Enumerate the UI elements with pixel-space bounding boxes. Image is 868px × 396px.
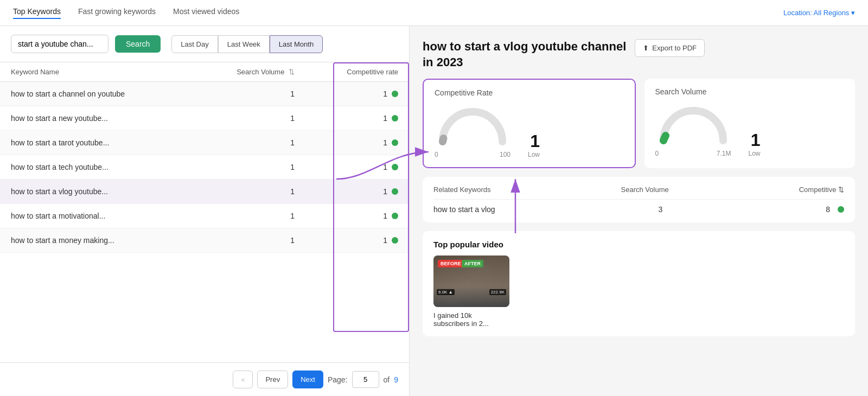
filter-last-day[interactable]: Last Day <box>171 35 218 53</box>
competitive-card-title: Competitive Rate <box>435 88 624 97</box>
pagination: « Prev Next Page: of 9 <box>0 362 409 396</box>
search-input[interactable] <box>11 35 108 53</box>
filter-last-month[interactable]: Last Month <box>270 35 323 53</box>
export-icon: ⬆ <box>643 44 649 52</box>
tab-top-keywords[interactable]: Top Keywords <box>13 7 61 19</box>
competitive-cell: 1 <box>305 155 409 180</box>
table-row[interactable]: how to start a money making... 1 1 <box>0 228 409 253</box>
competitive-cell: 1 <box>305 228 409 253</box>
related-green-dot-icon <box>838 206 844 213</box>
keyword-cell: how to start a new youtube... <box>0 106 193 131</box>
location-label: Location: <box>783 9 812 17</box>
green-dot-icon <box>392 188 398 195</box>
volume-gauge-svg <box>655 103 731 146</box>
related-sort-icon[interactable]: ⇅ <box>838 186 844 194</box>
related-header: Related Keywords Search Volume Competiti… <box>433 186 844 200</box>
related-header-volume: Search Volume <box>621 186 669 194</box>
search-button[interactable]: Search <box>115 35 161 53</box>
keyword-cell: how to start a channel on youtube <box>0 82 193 106</box>
competitive-cell: 1 <box>305 106 409 131</box>
tab-most-viewed[interactable]: Most viewed videos <box>173 7 239 19</box>
detail-title-row: how to start a vlog youtube channel in 2… <box>423 39 705 70</box>
green-dot-icon <box>392 237 398 244</box>
volume-cell: 1 <box>193 180 305 204</box>
first-page-button[interactable]: « <box>233 371 253 388</box>
thumb-after-label: AFTER <box>462 260 483 267</box>
export-button[interactable]: ⬆ Export to PDF <box>635 39 705 57</box>
green-dot-icon <box>392 164 398 170</box>
table-row[interactable]: how to start a vlog youtube... 1 1 <box>0 180 409 204</box>
volume-card-title: Search Volume <box>655 87 845 96</box>
tab-fast-growing[interactable]: Fast growing keywords <box>78 7 156 19</box>
vol-min: 0 <box>655 150 659 157</box>
video-caption: I gained 10k subscribers in 2... <box>433 311 509 328</box>
left-panel: Search Last Day Last Week Last Month Key… <box>0 26 410 396</box>
col-header-competitive: Competitive rate <box>305 62 409 82</box>
competitive-gauge-svg <box>435 104 510 147</box>
location-chevron-icon: ▾ <box>851 9 855 17</box>
green-dot-icon <box>392 115 398 122</box>
video-thumbnail[interactable]: BEFORE AFTER 6.0K ▲ 222.9K <box>433 256 509 307</box>
related-header-keyword: Related Keywords <box>433 186 491 194</box>
time-filters: Last Day Last Week Last Month <box>171 35 323 53</box>
col-header-keyword: Keyword Name <box>0 62 193 82</box>
keyword-cell: how to start a money making... <box>0 228 193 253</box>
page-input[interactable] <box>352 371 379 388</box>
related-rows: how to start a vlog 3 8 <box>433 205 844 214</box>
page-total: 9 <box>394 375 398 384</box>
table-row[interactable]: how to start a new youtube... 1 1 <box>0 106 409 131</box>
top-nav: Top Keywords Fast growing keywords Most … <box>0 0 868 26</box>
search-volume-card: Search Volume 0 7.1M <box>644 79 856 168</box>
keyword-cell: how to start a motivational... <box>0 204 193 228</box>
related-header-competitive: Competitive ⇅ <box>799 186 844 194</box>
competitive-value: 1 <box>530 132 540 150</box>
volume-label: Low <box>749 150 761 157</box>
page-label: Page: <box>328 375 348 384</box>
volume-cell: 1 <box>193 106 305 131</box>
green-dot-icon <box>392 91 398 97</box>
main-layout: Search Last Day Last Week Last Month Key… <box>0 26 868 396</box>
comp-min: 0 <box>435 151 438 158</box>
popular-video-title: Top popular video <box>433 240 844 249</box>
volume-cell: 1 <box>193 228 305 253</box>
related-keyword-text: how to start a vlog <box>433 205 495 214</box>
thumb-before-label: BEFORE <box>438 260 464 267</box>
keyword-cell: how to start a tarot youtube... <box>0 131 193 155</box>
sort-icon[interactable]: ⇅ <box>289 68 295 76</box>
table-row[interactable]: how to start a channel on youtube 1 1 <box>0 82 409 106</box>
competitive-rate-card: Competitive Rate 0 100 <box>423 79 636 168</box>
keyword-cell: how to start a tech youtube... <box>0 155 193 180</box>
competitive-cell: 1 <box>305 82 409 106</box>
location-area: Location: All Regions ▾ <box>783 9 855 17</box>
green-dot-icon <box>392 139 398 146</box>
related-row[interactable]: how to start a vlog 3 8 <box>433 205 844 214</box>
table-row[interactable]: how to start a tech youtube... 1 1 <box>0 155 409 180</box>
competitive-cell: 1 <box>305 180 409 204</box>
volume-cell: 1 <box>193 155 305 180</box>
right-panel: how to start a vlog youtube channel in 2… <box>410 26 868 396</box>
volume-cell: 1 <box>193 82 305 106</box>
competitive-label: Low <box>528 151 540 158</box>
page-of-label: of <box>384 375 390 384</box>
gauge-row: Competitive Rate 0 100 <box>423 79 855 168</box>
nav-tabs: Top Keywords Fast growing keywords Most … <box>13 7 239 19</box>
green-dot-icon <box>392 213 398 219</box>
filter-last-week[interactable]: Last Week <box>218 35 270 53</box>
volume-cell: 1 <box>193 204 305 228</box>
search-area: Search Last Day Last Week Last Month <box>0 26 409 62</box>
vol-max: 7.1M <box>717 150 731 157</box>
volume-value: 1 <box>751 131 761 149</box>
detail-title-text: how to start a vlog youtube channel in 2… <box>423 39 626 70</box>
prev-button[interactable]: Prev <box>257 371 288 388</box>
related-keywords-section: Related Keywords Search Volume Competiti… <box>423 177 855 222</box>
next-button[interactable]: Next <box>292 371 323 388</box>
table-row[interactable]: how to start a motivational... 1 1 <box>0 204 409 228</box>
table-row[interactable]: how to start a tarot youtube... 1 1 <box>0 131 409 155</box>
related-volume-value: 3 <box>659 205 663 214</box>
competitive-cell: 1 <box>305 131 409 155</box>
related-competitive-value: 8 <box>826 205 844 214</box>
popular-video-section: Top popular video BEFORE AFTER 6.0K ▲ 22… <box>423 231 855 336</box>
keyword-table: Keyword Name Search Volume ⇅ Competitive… <box>0 62 409 253</box>
location-value[interactable]: All Regions <box>814 9 850 17</box>
keyword-cell: how to start a vlog youtube... <box>0 180 193 204</box>
